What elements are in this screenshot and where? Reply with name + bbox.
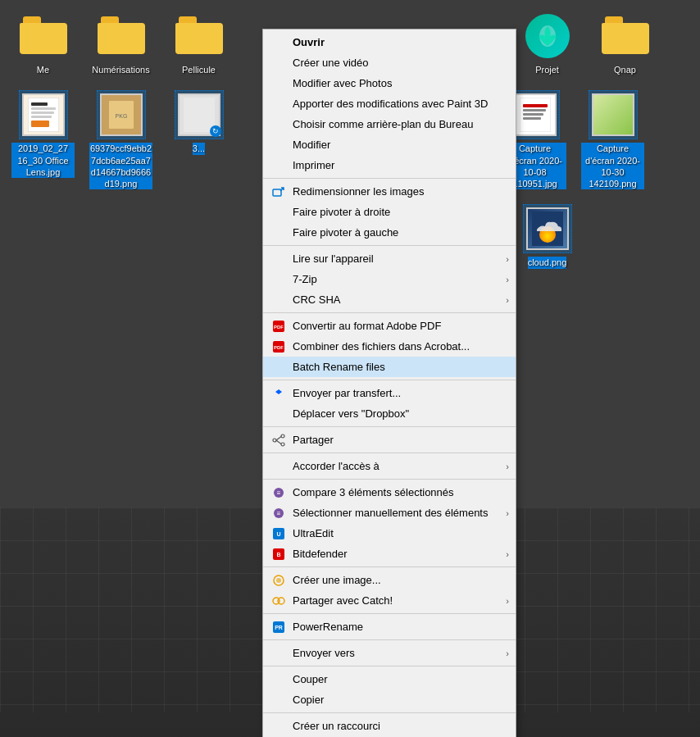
- menu-couper-label: Couper: [293, 673, 328, 685]
- compare-2-icon: ≡: [271, 506, 286, 521]
- menu-pdf[interactable]: PDF Convertir au format Adobe PDF: [263, 316, 516, 336]
- menu-creer-video-label: Créer une vidéo: [293, 57, 369, 69]
- svg-point-58: [276, 578, 281, 583]
- menu-creer-raccourci-label: Créer un raccourci: [293, 720, 380, 732]
- icon-numerisations[interactable]: Numérisations: [86, 8, 156, 79]
- svg-text:B: B: [276, 552, 280, 557]
- bitdefender-icon: B: [271, 547, 286, 562]
- menu-creer-image[interactable]: Créer une image...: [263, 570, 516, 590]
- menu-creer-image-label: Créer une image...: [293, 574, 381, 586]
- menu-partager-label: Partager: [293, 434, 334, 446]
- lire-appareil-arrow: ›: [506, 254, 509, 264]
- svg-rect-5: [31, 116, 52, 118]
- menu-pivoter-gauche[interactable]: Faire pivoter à gauche: [263, 222, 516, 243]
- menu-redimensionner[interactable]: Redimensionner les images: [263, 181, 516, 202]
- menu-partager[interactable]: Partager: [263, 430, 516, 450]
- svg-rect-4: [31, 111, 54, 114]
- menu-paint3d[interactable]: Apporter des modifications avec Paint 3D: [263, 93, 516, 114]
- menu-power-rename[interactable]: PR PowerRename: [263, 616, 516, 637]
- icon-pellicule[interactable]: Pellicule: [164, 8, 234, 79]
- svg-rect-6: [31, 121, 49, 127]
- svg-rect-3: [31, 107, 56, 110]
- menu-deplacer-dropbox-label: Déplacer vers "Dropbox": [293, 407, 409, 420]
- separator-4: [263, 380, 516, 380]
- icon-capture-3[interactable]: Capture d'écran 2020-10-30 142109.png: [578, 87, 648, 193]
- menu-copier[interactable]: Copier: [263, 689, 516, 710]
- svg-text:≡: ≡: [277, 489, 281, 497]
- svg-point-44: [281, 434, 284, 438]
- icon-projet[interactable]: Projet: [512, 8, 582, 79]
- separator-8: [263, 566, 516, 567]
- 7zip-arrow: ›: [506, 275, 509, 284]
- menu-partager-catch[interactable]: Partager avec Catch! ›: [263, 590, 516, 611]
- resize-icon: [271, 184, 286, 199]
- svg-point-60: [278, 598, 284, 604]
- separator-3: [263, 312, 516, 313]
- icon-png-69379[interactable]: PKG 69379ccf9ebb2 7dcb6ae25aa7 d14667bd9…: [86, 87, 156, 193]
- menu-pivoter-droite[interactable]: Faire pivoter à droite: [263, 202, 516, 222]
- menu-bitdefender[interactable]: B Bitdefender ›: [263, 544, 516, 564]
- menu-crc-sha[interactable]: CRC SHA ›: [263, 289, 516, 310]
- menu-lire-appareil[interactable]: Lire sur l'appareil ›: [263, 248, 516, 269]
- menu-ouvrir-label: Ouvrir: [293, 36, 325, 48]
- accorder-arrow: ›: [506, 462, 509, 471]
- svg-rect-12: [523, 104, 548, 107]
- menu-compare-3-label: Compare 3 éléments sélectionnés: [293, 486, 454, 498]
- menu-acrobat[interactable]: PDF Combiner des fichiers dans Acrobat..…: [263, 336, 516, 357]
- menu-acrobat-label: Combiner des fichiers dans Acrobat...: [293, 340, 470, 353]
- catch-arrow: ›: [506, 596, 509, 606]
- menu-modifier-photos[interactable]: Modifier avec Photos: [263, 73, 516, 93]
- svg-rect-2: [31, 102, 48, 106]
- icon-office-jpg[interactable]: 2019_02_27 16_30 Office Lens.jpg: [8, 87, 78, 193]
- envoyer-vers-arrow: ›: [506, 648, 509, 658]
- svg-text:PR: PR: [275, 625, 283, 630]
- menu-arriere-plan[interactable]: Choisir comme arrière-plan du Bureau: [263, 114, 516, 134]
- menu-deplacer-dropbox[interactable]: Déplacer vers "Dropbox": [263, 403, 516, 424]
- menu-envoyer-transfert-label: Envoyer par transfert...: [293, 387, 401, 399]
- svg-text:U: U: [276, 531, 280, 537]
- separator-2: [263, 245, 516, 246]
- menu-envoyer-vers-label: Envoyer vers: [293, 647, 355, 659]
- menu-compare-3[interactable]: ≡ Compare 3 éléments sélectionnés: [263, 482, 516, 503]
- svg-point-45: [281, 443, 284, 446]
- menu-envoyer-vers[interactable]: Envoyer vers ›: [263, 643, 516, 663]
- compare-icon: ≡: [271, 485, 286, 500]
- menu-batch-rename[interactable]: Batch Rename files: [263, 357, 516, 377]
- menu-selectionner-manuellement[interactable]: ≡ Sélectionner manuellement des éléments…: [263, 503, 516, 523]
- menu-envoyer-transfert[interactable]: Envoyer par transfert...: [263, 383, 516, 403]
- icon-img-3[interactable]: ↻ 3...: [164, 87, 234, 193]
- separator-12: [263, 712, 516, 713]
- acrobat-icon: PDF: [271, 339, 286, 354]
- dropbox-icon: [271, 386, 286, 401]
- menu-ultraedit[interactable]: U UltraEdit: [263, 523, 516, 544]
- menu-power-rename-label: PowerRename: [293, 621, 363, 633]
- menu-accorder-acces[interactable]: Accorder l'accès à ›: [263, 456, 516, 476]
- menu-7zip[interactable]: 7-Zip ›: [263, 269, 516, 289]
- menu-modifier-label: Modifier: [293, 139, 330, 151]
- menu-crc-sha-label: CRC SHA: [293, 293, 341, 306]
- menu-pivoter-gauche-label: Faire pivoter à gauche: [293, 226, 398, 239]
- icon-cloud[interactable]: cloud.png: [512, 201, 582, 307]
- menu-selectionner-manuellement-label: Sélectionner manuellement des éléments: [293, 507, 488, 519]
- menu-partager-catch-label: Partager avec Catch!: [293, 594, 393, 607]
- icon-qnap[interactable]: Qnap: [590, 8, 660, 79]
- separator-7: [263, 479, 516, 480]
- svg-text:PDF: PDF: [274, 325, 284, 330]
- menu-imprimer[interactable]: Imprimer: [263, 155, 516, 175]
- icon-me[interactable]: Me: [8, 8, 78, 79]
- menu-modifier-photos-label: Modifier avec Photos: [293, 77, 392, 89]
- menu-copier-label: Copier: [293, 694, 324, 706]
- menu-ouvrir[interactable]: Ouvrir: [263, 32, 516, 52]
- menu-imprimer-label: Imprimer: [293, 159, 334, 171]
- menu-creer-video[interactable]: Créer une vidéo: [263, 52, 516, 73]
- menu-modifier[interactable]: Modifier: [263, 134, 516, 155]
- svg-text:PKG: PKG: [115, 113, 127, 119]
- svg-rect-39: [273, 189, 281, 196]
- menu-couper[interactable]: Couper: [263, 669, 516, 689]
- bitdefender-arrow: ›: [506, 549, 509, 559]
- separator-1: [263, 178, 516, 179]
- separator-6: [263, 453, 516, 453]
- separator-11: [263, 666, 516, 666]
- pdf-icon: PDF: [271, 319, 286, 334]
- menu-creer-raccourci[interactable]: Créer un raccourci: [263, 716, 516, 736]
